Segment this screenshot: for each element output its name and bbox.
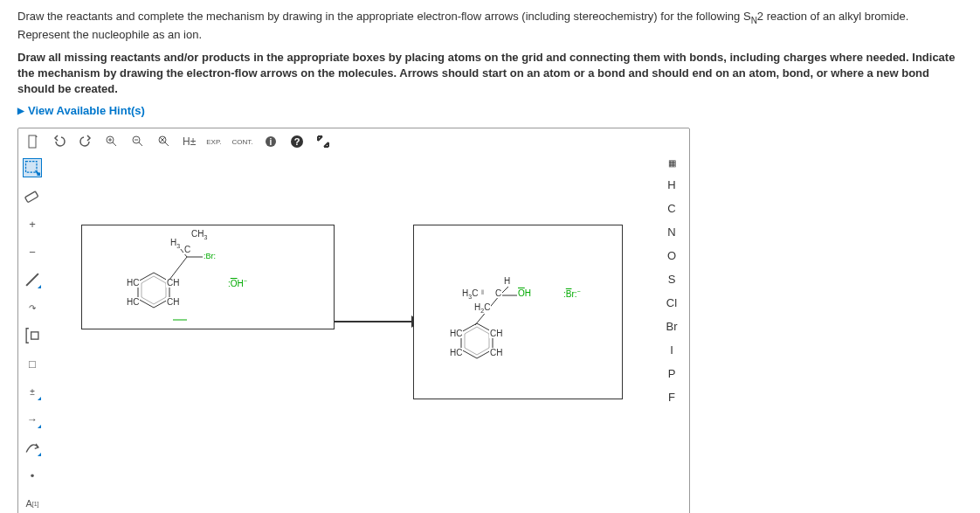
question-sub: N [751, 16, 757, 25]
element-toolbar: ▦ H C N O S Cl Br I P F [654, 155, 689, 513]
cont-button[interactable]: CONT. [231, 134, 252, 149]
svg-rect-19 [31, 332, 38, 339]
exp-button[interactable]: EXP. [206, 134, 221, 149]
bracket-tool[interactable] [23, 326, 42, 345]
question-line2: Draw all missing reactants and/or produc… [17, 51, 955, 95]
svg-rect-0 [29, 135, 36, 148]
svg-line-9 [165, 142, 169, 146]
marquee-tool[interactable] [23, 158, 42, 177]
rxn-arrow-tool[interactable]: → [23, 410, 42, 429]
atom-ch: CH [489, 348, 503, 357]
leaving-br: :Br:− [562, 288, 582, 299]
element-N[interactable]: N [661, 225, 682, 239]
expand-button[interactable] [315, 134, 331, 149]
svg-rect-17 [24, 191, 38, 203]
element-S[interactable]: S [661, 273, 682, 286]
atom-h3: H3 [169, 238, 181, 249]
hints-label: View Available Hint(s) [28, 104, 145, 117]
atom-ch3: CH3 [190, 229, 208, 240]
drawing-canvas[interactable]: HC HC CH CH H3 C CH3 :Br: :OH− HC HC [46, 155, 654, 513]
help-button[interactable]: ? [289, 134, 305, 149]
plus-charge-tool[interactable]: + [23, 214, 42, 233]
arrow-tool[interactable]: ↷ [23, 298, 42, 317]
reactant-box[interactable]: HC HC CH CH H3 C CH3 :Br: :OH− [81, 225, 335, 329]
lone-pair-tool[interactable]: • [23, 466, 42, 485]
nucleophile-oh: :OH− [227, 278, 248, 288]
info-button[interactable]: i [263, 134, 279, 149]
element-F[interactable]: F [661, 391, 682, 404]
atom-br: :Br: [203, 252, 217, 260]
atom-h2c: H2C [473, 302, 491, 314]
redo-button[interactable] [78, 134, 93, 149]
product-box[interactable]: HC HC CH CH H H3C ⫴ C H2C OH :Br:− [413, 225, 623, 399]
view-hints-link[interactable]: View Available Hint(s) [17, 104, 963, 117]
zoom-in-button[interactable] [104, 134, 120, 149]
hplus-button[interactable]: H± [183, 134, 196, 149]
erase-tool[interactable] [23, 186, 42, 205]
svg-marker-27 [465, 327, 489, 355]
atom-hc: HC [126, 278, 140, 288]
new-doc-button[interactable] [25, 134, 41, 149]
element-H[interactable]: H [661, 178, 682, 191]
atom-h3c: H3C [461, 288, 479, 300]
zoom-fit-button[interactable] [156, 134, 172, 149]
periodic-table-button[interactable]: ▦ [661, 158, 682, 168]
atom-hc: HC [449, 329, 463, 338]
atom-h: H [503, 276, 511, 286]
atom-c: C [494, 288, 502, 298]
svg-line-6 [139, 142, 142, 146]
element-Br[interactable]: Br [661, 320, 682, 333]
atom-ch: CH [166, 297, 180, 307]
svg-line-22 [169, 257, 187, 280]
svg-line-2 [113, 142, 116, 146]
atom-c: C [183, 245, 191, 254]
svg-text:?: ? [294, 136, 300, 147]
svg-marker-20 [138, 273, 169, 308]
element-Cl[interactable]: Cl [661, 296, 682, 309]
reaction-arrow [335, 321, 413, 322]
atom-label-tool[interactable]: A[1] [23, 494, 42, 513]
left-toolbar: + − ↷ □ ± → • A[1] [18, 155, 46, 513]
element-C[interactable]: C [661, 202, 682, 215]
minus-charge-tool[interactable]: − [23, 242, 42, 261]
chargepm-tool[interactable]: ± [23, 382, 42, 401]
question-line1a: Draw the reactants and complete the mech… [17, 10, 751, 23]
element-O[interactable]: O [661, 249, 682, 262]
atom-hc: HC [449, 348, 463, 357]
undo-button[interactable] [52, 134, 67, 149]
element-I[interactable]: I [661, 343, 682, 357]
rect-tool[interactable]: □ [23, 354, 42, 373]
svg-line-18 [26, 274, 38, 286]
svg-marker-21 [141, 276, 166, 304]
atom-hc: HC [126, 297, 140, 307]
svg-text:i: i [270, 137, 273, 147]
drawing-editor: H± EXP. CONT. i ? + − ↷ □ ± → • A[1] [17, 128, 690, 513]
curve-arrow-tool[interactable] [23, 438, 42, 457]
element-P[interactable]: P [661, 367, 682, 380]
product-oh: OH [517, 288, 532, 298]
wedge: ⫴ [480, 288, 486, 297]
single-bond-tool[interactable] [23, 270, 42, 289]
top-toolbar: H± EXP. CONT. i ? [18, 128, 689, 155]
zoom-out-button[interactable] [130, 134, 146, 149]
